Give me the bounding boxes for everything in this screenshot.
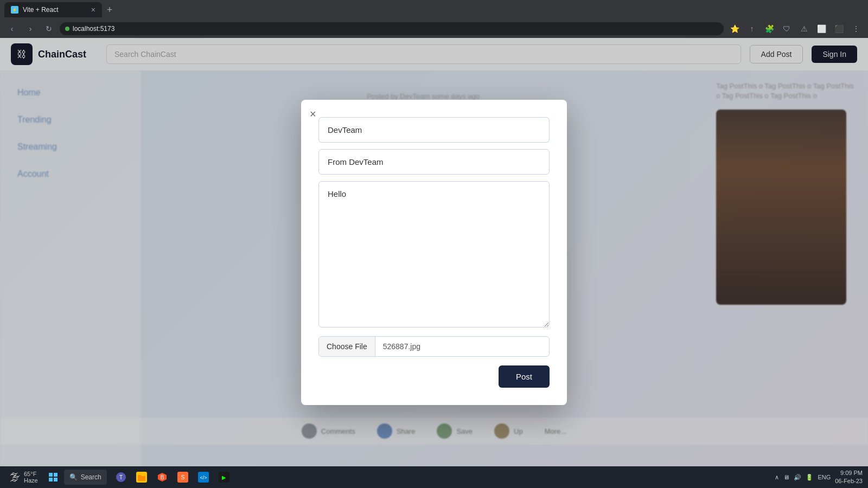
tab-close-button[interactable]: × — [91, 5, 95, 14]
taskbar-sys-icons: ∧ 🖥 🔊 🔋 — [775, 474, 813, 481]
svg-text:</>: </> — [200, 475, 207, 480]
tab-title: Vite + React — [23, 6, 58, 14]
taskbar-teams[interactable]: T — [111, 467, 131, 487]
browser-chrome: ⚡ Vite + React × + ‹ › ↻ localhost:5173 … — [0, 0, 868, 38]
weather-widget: 🌫 65°F Haze — [5, 471, 42, 484]
taskbar-terminal[interactable]: ▶ — [214, 467, 234, 487]
taskbar-brave[interactable]: B — [152, 467, 172, 487]
choose-file-button[interactable]: Choose File — [319, 337, 375, 356]
nav-actions: ⭐ ↑ 🧩 🛡 ⚠ ⬜ ⬛ ⋮ — [727, 21, 864, 36]
back-button[interactable]: ‹ — [4, 21, 20, 36]
extensions-icon[interactable]: 🧩 — [762, 21, 777, 36]
refresh-button[interactable]: ↻ — [41, 21, 56, 36]
start-button[interactable] — [44, 468, 62, 486]
tab-favicon: ⚡ — [11, 6, 18, 14]
modal-close-button[interactable]: × — [310, 108, 316, 119]
secure-icon — [65, 27, 69, 31]
taskbar-search[interactable]: 🔍 Search — [64, 470, 107, 485]
tab-bar: ⚡ Vite + React × + — [0, 0, 868, 20]
tab-manager-icon[interactable]: ⬛ — [831, 21, 846, 36]
new-tab-button[interactable]: + — [102, 2, 117, 17]
svg-rect-3 — [138, 476, 145, 481]
post-button[interactable]: Post — [499, 365, 550, 388]
file-input-row: Choose File 526887.jpg — [318, 336, 550, 357]
weather-icon: 🌫 — [10, 471, 21, 484]
body-textarea[interactable]: Hello — [318, 181, 550, 328]
bookmark-icon[interactable]: ⭐ — [727, 21, 742, 36]
active-tab[interactable]: ⚡ Vite + React × — [4, 2, 102, 17]
taskbar-search-label: Search — [81, 473, 101, 481]
taskbar: 🌫 65°F Haze 🔍 Search T — [0, 466, 868, 488]
svg-text:B: B — [160, 474, 164, 480]
file-name-display: 526887.jpg — [375, 337, 549, 356]
speaker-icon: 🔊 — [794, 474, 801, 481]
taskbar-right: ∧ 🖥 🔊 🔋 ENG 9:09 PM 06-Feb-23 — [775, 469, 863, 486]
taskbar-clock[interactable]: 9:09 PM 06-Feb-23 — [835, 469, 863, 486]
weather-desc: Haze — [24, 477, 38, 484]
forward-button[interactable]: › — [23, 21, 38, 36]
svg-rect-4 — [138, 475, 142, 477]
weather-temp: 65°F — [24, 471, 38, 477]
windows-icon — [49, 473, 58, 481]
taskbar-explorer[interactable] — [132, 467, 151, 487]
modal-overlay: × Hello Choose File 526887.jpg Post — [0, 38, 868, 466]
taskbar-apps: T B S </> — [111, 467, 234, 487]
battery-icon: 🔋 — [806, 474, 813, 481]
network-icon: 🖥 — [783, 474, 789, 480]
language-indicator: ENG — [818, 474, 831, 480]
from-input[interactable] — [318, 149, 550, 175]
wallet-icon[interactable]: ⚠ — [796, 21, 812, 36]
svg-text:T: T — [119, 474, 123, 480]
taskbar-vscode[interactable]: </> — [194, 467, 213, 487]
modal-footer: Post — [318, 365, 550, 388]
svg-text:S: S — [181, 474, 184, 480]
menu-icon[interactable]: ⋮ — [848, 21, 864, 36]
svg-text:▶: ▶ — [222, 474, 226, 480]
create-post-modal: × Hello Choose File 526887.jpg Post — [301, 100, 567, 405]
taskbar-stackedit[interactable]: S — [173, 467, 193, 487]
brave-shield-icon[interactable]: 🛡 — [779, 21, 794, 36]
chevron-up-icon[interactable]: ∧ — [775, 474, 779, 481]
date-display: 06-Feb-23 — [835, 477, 863, 485]
nav-bar: ‹ › ↻ localhost:5173 ⭐ ↑ 🧩 🛡 ⚠ ⬜ ⬛ ⋮ — [0, 20, 868, 38]
time-display: 9:09 PM — [835, 469, 863, 477]
url-text: localhost:5173 — [73, 25, 114, 33]
title-input[interactable] — [318, 117, 550, 143]
share-icon[interactable]: ↑ — [744, 21, 760, 36]
address-bar[interactable]: localhost:5173 — [60, 22, 724, 35]
sidebar-toggle-icon[interactable]: ⬜ — [814, 21, 829, 36]
search-icon: 🔍 — [69, 473, 78, 481]
